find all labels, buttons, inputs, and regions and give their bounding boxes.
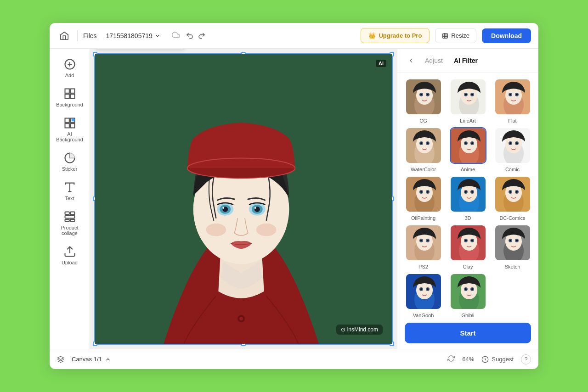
redo-button[interactable]: [198, 32, 206, 40]
filter-label-oilpainting: OilPainting: [411, 215, 435, 221]
filter-item-dccomics[interactable]: DC-Comics: [492, 176, 533, 221]
sidebar-item-upload-label: Upload: [62, 260, 78, 265]
filter-label-sketch: Sketch: [505, 264, 520, 269]
crown-icon: 👑: [368, 32, 376, 39]
panel-back-button[interactable]: [405, 54, 418, 67]
filename-button[interactable]: 1715581805719: [102, 30, 164, 41]
filter-thumb-sketch: [494, 224, 531, 261]
plus-circle-icon: [63, 58, 76, 71]
start-button[interactable]: Start: [405, 323, 531, 343]
svg-point-115: [471, 240, 473, 241]
layers-button[interactable]: [57, 356, 64, 363]
svg-rect-2: [65, 89, 69, 93]
filter-item-vangogh[interactable]: VanGogh: [403, 273, 444, 317]
svg-point-136: [471, 288, 473, 290]
sidebar-item-ai-background[interactable]: AI Background: [52, 113, 87, 146]
svg-point-128: [420, 288, 422, 290]
main-area: Add Background: [50, 49, 538, 349]
filters-grid: CG LineArt Flat WaterColor: [397, 73, 538, 317]
svg-point-79: [509, 142, 511, 144]
svg-point-100: [509, 191, 511, 193]
canvas-text: Canvas 1/1: [72, 356, 102, 363]
filter-item-watercolor[interactable]: WaterColor: [403, 127, 444, 172]
canvas-area[interactable]: AI New: [90, 49, 397, 349]
sidebar-item-background-label: Background: [56, 102, 83, 107]
sticker-icon: [63, 151, 76, 164]
filter-label-cg: CG: [419, 118, 427, 123]
tab-ai-filter[interactable]: AI Filter: [450, 55, 481, 66]
svg-point-65: [420, 142, 422, 144]
filter-item-flat[interactable]: Flat: [492, 78, 533, 123]
filter-thumb-vangogh: [405, 273, 442, 310]
svg-point-45: [427, 94, 429, 95]
filter-item-ps2[interactable]: PS2: [403, 224, 444, 269]
undo-button[interactable]: [186, 32, 194, 40]
sidebar-item-product-collage[interactable]: Product collage: [52, 207, 87, 240]
filter-item-anime[interactable]: Anime: [447, 127, 488, 172]
svg-point-59: [516, 94, 518, 95]
svg-marker-137: [57, 356, 63, 359]
tab-adjust[interactable]: Adjust: [421, 55, 447, 66]
undo-redo-actions: [186, 32, 206, 40]
float-toolbar: AI New: [95, 49, 185, 50]
background-icon: [63, 87, 76, 100]
svg-point-114: [465, 240, 467, 241]
chevron-left-icon: [407, 57, 415, 64]
filter-thumb-comic: [494, 127, 531, 164]
filter-item-oilpainting[interactable]: OilPainting: [403, 176, 444, 221]
filter-thumb-watercolor: [405, 127, 442, 164]
svg-point-52: [471, 94, 473, 95]
home-button[interactable]: [57, 28, 72, 43]
svg-rect-14: [65, 219, 69, 222]
svg-point-94: [471, 191, 473, 193]
svg-point-36: [256, 223, 277, 236]
canvas-label[interactable]: Canvas 1/1: [72, 356, 111, 363]
filter-label-3d: 3D: [464, 215, 471, 221]
filter-item-ghibli[interactable]: Ghibli: [447, 273, 488, 317]
svg-rect-15: [70, 219, 74, 222]
sidebar-item-text-label: Text: [65, 196, 74, 201]
upgrade-button[interactable]: 👑 Upgrade to Pro: [361, 28, 430, 43]
suggest-label: Suggest: [492, 356, 514, 363]
sidebar-item-background[interactable]: Background: [52, 84, 87, 111]
divider: [77, 30, 78, 41]
filter-label-clay: Clay: [463, 264, 473, 269]
filter-item-lineart[interactable]: LineArt: [447, 78, 488, 123]
help-button[interactable]: ?: [521, 354, 531, 364]
topbar: Files 1715581805719 👑 Upgrade to Pro Res…: [50, 23, 538, 49]
files-link[interactable]: Files: [83, 32, 97, 39]
filter-item-sketch[interactable]: Sketch: [492, 224, 533, 269]
svg-point-51: [465, 94, 467, 95]
watermark: ⊙ insMind.com: [336, 325, 383, 335]
right-panel: Adjust AI Filter CG LineArt: [397, 49, 538, 349]
sidebar-item-add[interactable]: Add: [52, 54, 87, 82]
download-button[interactable]: Download: [482, 28, 531, 43]
filename-text: 1715581805719: [106, 32, 153, 39]
filter-label-anime: Anime: [461, 167, 475, 172]
filter-item-comic[interactable]: Comic: [492, 127, 533, 172]
filter-label-ghibli: Ghibli: [461, 313, 474, 317]
svg-point-35: [206, 223, 226, 236]
filter-label-ps2: PS2: [418, 264, 428, 269]
sidebar-item-sticker[interactable]: Sticker: [52, 148, 87, 175]
resize-button[interactable]: Resize: [435, 28, 476, 43]
svg-point-10: [71, 118, 74, 122]
suggest-button[interactable]: Suggest: [481, 356, 514, 363]
svg-rect-13: [65, 216, 74, 218]
refresh-button[interactable]: [447, 355, 455, 364]
filter-item-clay[interactable]: Clay: [447, 224, 488, 269]
svg-point-38: [239, 317, 243, 320]
svg-point-107: [420, 240, 422, 241]
filter-item-3d[interactable]: 3D: [447, 176, 488, 221]
canvas-image[interactable]: AI New: [94, 53, 393, 345]
filter-item-cg[interactable]: CG: [403, 78, 444, 123]
filter-thumb-flat: [494, 78, 531, 115]
sidebar-item-text[interactable]: Text: [52, 177, 87, 205]
svg-rect-4: [65, 94, 69, 98]
sidebar-item-add-label: Add: [65, 73, 74, 78]
filter-thumb-dccomics: [494, 176, 531, 213]
sidebar-item-upload[interactable]: Upload: [52, 241, 87, 269]
svg-point-30: [222, 207, 224, 208]
product-collage-icon: [63, 210, 76, 223]
svg-point-66: [427, 142, 429, 144]
